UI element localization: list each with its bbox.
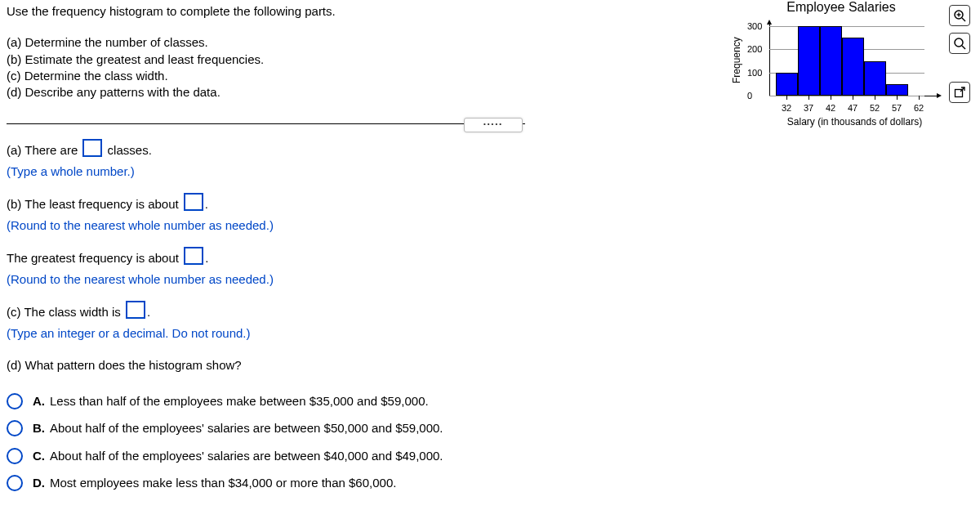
x-tick-62: 62	[911, 103, 927, 113]
answer-b-greatest-help: (Round to the nearest whole number as ne…	[7, 272, 274, 286]
bar-5	[864, 61, 886, 96]
y-tick-300: 300	[747, 21, 762, 31]
radio-c[interactable]	[7, 448, 23, 464]
answer-a-help: (Type a whole number.)	[7, 164, 135, 178]
answer-a-group: (a) There are classes. (Type a whole num…	[7, 139, 973, 181]
radio-d[interactable]	[7, 475, 23, 491]
x-tick-37: 37	[800, 103, 817, 113]
chart-title: Employee Salaries	[735, 0, 947, 15]
x-tick-32: 32	[778, 103, 795, 113]
answer-b-greatest-group: The greatest frequency is about . (Round…	[7, 247, 973, 289]
svg-line-1	[962, 18, 965, 21]
y-axis-label: Frequency	[731, 37, 742, 83]
answer-d-prompt: (d) What pattern does the histogram show…	[7, 355, 973, 376]
answer-c-group: (c) The class width is . (Type an intege…	[7, 301, 973, 343]
answer-c-help: (Type an integer or a decimal. Do not ro…	[7, 326, 251, 340]
x-tick-42: 42	[822, 103, 839, 113]
x-tick-52: 52	[866, 103, 883, 113]
y-tick-0: 0	[747, 91, 752, 101]
y-tick-100: 100	[747, 68, 762, 78]
bar-2	[798, 26, 820, 96]
mc-option-b[interactable]: B.About half of the employees' salaries …	[7, 418, 973, 439]
bars-group	[776, 26, 919, 96]
svg-point-4	[955, 38, 963, 47]
x-tick-57: 57	[889, 103, 905, 113]
answer-d-group: (d) What pattern does the histogram show…	[7, 355, 973, 494]
collapse-dots-icon[interactable]: •••••	[464, 118, 523, 132]
histogram-chart: Employee Salaries Frequency 0 100 200 30…	[735, 0, 947, 131]
x-tick-47: 47	[844, 103, 861, 113]
answer-b-least-input[interactable]	[184, 193, 203, 211]
zoom-in-icon[interactable]	[949, 5, 970, 26]
section-divider: •••••	[7, 123, 525, 124]
bar-1	[776, 73, 798, 96]
mc-option-c[interactable]: C.About half of the employees' salaries …	[7, 445, 973, 467]
bar-6	[886, 84, 908, 96]
answer-b-least-help: (Round to the nearest whole number as ne…	[7, 218, 274, 232]
answer-c-input[interactable]	[126, 301, 145, 319]
answer-a-input[interactable]	[82, 139, 102, 157]
zoom-icon[interactable]	[949, 33, 970, 54]
radio-a[interactable]	[7, 393, 23, 409]
answer-b-least-group: (b) The least frequency is about . (Roun…	[7, 193, 973, 235]
bar-4	[842, 38, 864, 96]
y-tick-200: 200	[747, 44, 762, 54]
radio-b[interactable]	[7, 420, 23, 436]
x-axis-label: Salary (in thousands of dollars)	[771, 116, 938, 128]
answer-area: (a) There are classes. (Type a whole num…	[7, 139, 973, 494]
open-external-icon[interactable]	[949, 82, 970, 103]
bar-3	[820, 26, 842, 96]
svg-line-5	[962, 46, 965, 49]
mc-option-d[interactable]: D.Most employees make less than $34,000 …	[7, 472, 973, 494]
answer-b-greatest-input[interactable]	[184, 247, 203, 265]
mc-option-a[interactable]: A.Less than half of the employees make b…	[7, 391, 973, 412]
